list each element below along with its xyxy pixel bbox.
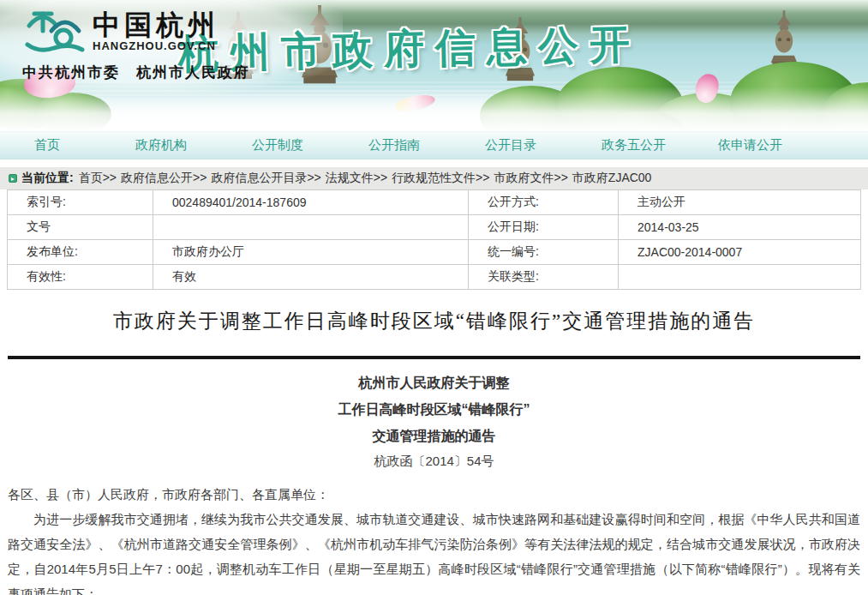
breadcrumb-item-normative-docs[interactable]: 行政规范性文件>> [392,171,489,186]
nav-item-disclosure-guide[interactable]: 公开指南 [356,137,473,153]
page-title: 市政府关于调整工作日高峰时段区域“错峰限行”交通管理措施的通告 [8,308,860,335]
site-banner: 中国杭州 HANGZHOU.GOV.CN 中共杭州市委 杭州市人民政府 杭州市政… [0,0,868,131]
breadcrumb-item-gov-docs[interactable]: 市政府文件>> [494,171,567,186]
main-nav: 首页 政府机构 公开制度 公开指南 公开目录 政务五公开 依申请公开 [0,131,868,159]
breadcrumb-item-legal-docs[interactable]: 法规文件>> [326,171,387,186]
logo-domain: HANGZHOU.GOV.CN [93,39,219,52]
meta-label-relation-type: 关联类型: [469,265,619,290]
doc-number: 杭政函〔2014〕54号 [8,450,860,472]
breadcrumb-item-info-disclosure[interactable]: 政府信息公开>> [121,171,207,186]
meta-value-disclosure-method: 主动公开 [619,190,861,215]
nav-item-disclosure-catalog[interactable]: 公开目录 [473,137,590,153]
doc-paragraph: 为进一步缓解我市交通拥堵，继续为我市公共交通发展、城市轨道交通建设、城市快速路网… [8,507,860,595]
meta-value-validity: 有效 [153,265,469,290]
meta-value-unified-no: ZJAC00-2014-0007 [619,240,861,265]
meta-value-relation-type [619,265,861,290]
table-row: 有效性: 有效 关联类型: [8,265,861,290]
meta-value-issuing-unit: 市政府办公厅 [153,240,469,265]
article: 市政府关于调整工作日高峰时段区域“错峰限行”交通管理措施的通告 杭州市人民政府关… [0,308,868,595]
logo-organizations: 中共杭州市委 杭州市人民政府 [22,63,305,82]
meta-label-unified-no: 统一编号: [469,240,619,265]
nav-item-disclosure-on-request[interactable]: 依申请公开 [706,137,823,153]
breadcrumb-label: 当前位置: [21,171,74,186]
meta-label-disclosure-method: 公开方式: [469,190,619,215]
meta-value-index-no: 002489401/2014-187609 [153,190,469,215]
breadcrumb-item-current: 市政府ZJAC00 [572,171,652,186]
breadcrumb-item-catalog[interactable]: 政府信息公开目录>> [211,171,320,186]
breadcrumb: 当前位置: 首页>> 政府信息公开>> 政府信息公开目录>> 法规文件>> 行政… [0,167,868,189]
meta-value-disclosure-date: 2014-03-25 [619,215,861,240]
doc-title-line-3: 交通管理措施的通告 [8,423,860,449]
nav-item-home[interactable]: 首页 [22,137,123,153]
hangzhou-logo-icon [22,5,86,58]
table-row: 索引号: 002489401/2014-187609 公开方式: 主动公开 [8,190,861,215]
document-heading: 杭州市人民政府关于调整 工作日高峰时段区域“错峰限行” 交通管理措施的通告 [8,370,860,449]
meta-label-validity: 有效性: [8,265,153,290]
spacer [0,159,868,167]
meta-label-disclosure-date: 公开日期: [469,215,619,240]
meta-label-index-no: 索引号: [8,190,153,215]
logo-name: 中国杭州 [93,10,219,39]
breadcrumb-arrow-icon [9,174,17,183]
doc-title-line-1: 杭州市人民政府关于调整 [8,370,860,396]
meta-label-issuing-unit: 发布单位: [8,240,153,265]
title-divider [8,356,860,359]
nav-item-gov-orgs[interactable]: 政府机构 [123,137,240,153]
table-row: 文号 公开日期: 2014-03-25 [8,215,861,240]
nav-item-disclosure-system[interactable]: 公开制度 [240,137,356,153]
meta-value-doc-no [153,215,469,240]
document-meta-table: 索引号: 002489401/2014-187609 公开方式: 主动公开 文号… [7,189,861,290]
doc-salutation: 各区、县（市）人民政府，市政府各部门、各直属单位： [8,482,860,507]
doc-title-line-2: 工作日高峰时段区域“错峰限行” [8,396,860,423]
table-row: 发布单位: 市政府办公厅 统一编号: ZJAC00-2014-0007 [8,240,861,265]
breadcrumb-item-home[interactable]: 首页>> [79,171,117,186]
nav-item-five-disclosures[interactable]: 政务五公开 [590,137,706,153]
meta-label-doc-no: 文号 [8,215,153,240]
site-logo[interactable]: 中国杭州 HANGZHOU.GOV.CN 中共杭州市委 杭州市人民政府 [22,5,305,82]
page: 中国杭州 HANGZHOU.GOV.CN 中共杭州市委 杭州市人民政府 杭州市政… [0,0,868,595]
